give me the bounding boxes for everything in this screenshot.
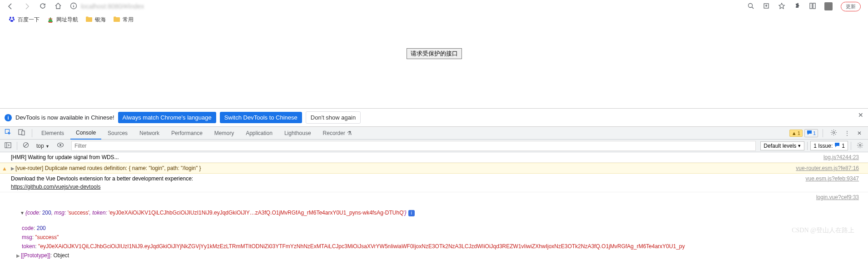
issues-badge[interactable]: 1 Issue: 1 [810,141,848,150]
site-info-icon[interactable] [70,2,77,11]
info-badge-icon[interactable]: i [408,210,415,216]
svg-point-24 [859,144,861,146]
folder-icon [85,16,93,24]
tab-memory[interactable]: Memory [209,127,239,139]
svg-text:2345: 2345 [49,18,53,20]
more-menu-icon[interactable]: ⋮ [842,128,853,138]
settings-icon[interactable] [828,127,840,139]
reading-list-icon[interactable] [809,2,816,11]
log-entry-warning: ▲ ▶[vue-router] Duplicate named routes d… [0,163,868,174]
source-link[interactable]: vue-router.esm.js?fe87:16 [796,164,859,172]
watermark: CSDN @登山人在路上 [792,226,854,235]
bookmark-2345[interactable]: 2345 网址导航 [47,16,78,24]
request-protected-api-button[interactable]: 请求受保护的接口 [407,48,462,59]
console-settings-icon[interactable] [854,140,866,152]
messages-badge[interactable]: 1 [804,129,818,137]
message-icon [834,142,840,149]
svg-point-23 [60,144,61,146]
tab-network[interactable]: Network [134,127,165,139]
reload-button[interactable] [39,2,46,11]
info-icon: i [5,114,12,121]
search-icon[interactable] [747,2,754,11]
bookmark-folder-common[interactable]: 常用 [113,16,134,24]
forward-button[interactable] [23,3,31,10]
warnings-badge[interactable]: ▲1 [789,130,803,137]
log-levels-selector[interactable]: Default levels▼ [760,141,804,150]
source-link[interactable]: login.vue?cef9:33 [816,193,859,201]
tab-sources[interactable]: Sources [102,127,133,139]
tab-performance[interactable]: Performance [166,127,208,139]
toggle-sidebar-icon[interactable] [2,140,14,152]
device-toggle-icon[interactable] [15,127,28,139]
expand-toggle[interactable]: ▶ [16,252,20,259]
home-button[interactable] [55,2,62,11]
bookmark-label: 常用 [123,16,134,24]
log-entry-hmr: [HMR] Waiting for update signal from WDS… [0,152,868,163]
separator [823,129,823,137]
profile-avatar[interactable] [824,2,833,10]
extensions-icon[interactable] [794,2,801,11]
nav-2345-icon: 2345 [47,16,54,23]
tab-application[interactable]: Application [240,127,278,139]
baidu-icon [8,15,15,24]
svg-line-21 [24,143,28,147]
svg-point-8 [10,16,11,18]
object-property-code: code: 200 [0,224,868,233]
separator [807,142,808,150]
bookmark-label: 网址导航 [56,16,78,24]
tab-elements[interactable]: Elements [36,127,69,139]
source-link[interactable]: vue.esm.js?efeb:9347 [806,175,859,191]
live-expression-icon[interactable] [54,140,67,151]
svg-rect-6 [810,3,812,9]
install-icon[interactable] [763,2,770,11]
clear-console-icon[interactable] [20,140,32,151]
expand-toggle[interactable]: ▼ [20,210,25,215]
console-log-area: [HMR] Waiting for update signal from WDS… [0,152,868,260]
devtools-tab-bar: Elements Console Sources Network Perform… [0,127,868,140]
dont-show-again-button[interactable]: Don't show again [306,111,361,124]
back-button[interactable] [6,3,15,10]
browser-address-bar: localhost:8080/#/index 更新 [0,0,868,13]
object-property-token: token: "eyJ0eXAiOiJKV1QiLCJhbGciOiJIUzI1… [0,242,868,251]
switch-to-chinese-button[interactable]: Switch DevTools to Chinese [220,112,302,123]
message-icon [807,130,812,136]
bookmark-star-icon[interactable] [778,2,785,11]
svg-point-11 [13,19,15,20]
svg-point-9 [12,16,14,18]
update-button[interactable]: 更新 [841,2,861,11]
close-banner-icon[interactable]: ✕ [858,111,863,119]
svg-rect-12 [49,22,52,23]
vue-devtools-link[interactable]: https://github.com/vuejs/vue-devtools [11,184,100,190]
console-toolbar: top ▼ Default levels▼ 1 Issue: 1 [0,140,868,152]
bookmark-label: 百度一下 [18,16,40,24]
log-object-preview: ▼{code: 200, msg: 'success', token: 'eyJ… [0,202,868,224]
bookmark-label: 银海 [95,16,106,24]
bookmark-folder-yinhai[interactable]: 银海 [85,16,106,24]
close-devtools-icon[interactable]: ✕ [854,128,864,138]
svg-point-17 [833,131,834,133]
separator [32,129,32,137]
bookmark-baidu[interactable]: 百度一下 [8,15,40,24]
separator [17,142,17,150]
execution-context-selector[interactable]: top ▼ [35,142,51,150]
svg-rect-18 [5,142,11,147]
tab-recorder[interactable]: Recorder⚗ [317,127,357,139]
page-viewport: 请求受保护的接口 [0,26,868,108]
source-link[interactable]: log.js?4244:23 [823,153,859,161]
log-entry-source: login.vue?cef9:33 [0,192,868,202]
expand-toggle[interactable]: ▶ [11,165,15,172]
svg-line-4 [752,7,754,9]
inspect-element-icon[interactable] [2,127,15,139]
separator [851,142,851,150]
banner-text: DevTools is now available in Chinese! [15,114,114,121]
svg-rect-7 [813,3,815,9]
console-filter-input[interactable] [71,141,756,151]
tab-lighthouse[interactable]: Lighthouse [279,127,317,139]
devtools-language-banner: i DevTools is now available in Chinese! … [0,108,868,127]
url-text[interactable]: localhost:8080/#/index [81,3,144,10]
tab-console[interactable]: Console [70,127,101,140]
always-match-language-button[interactable]: Always match Chrome's language [118,112,216,123]
svg-rect-16 [22,131,25,135]
svg-point-10 [9,19,10,20]
warning-triangle-icon: ▲ [2,165,7,173]
